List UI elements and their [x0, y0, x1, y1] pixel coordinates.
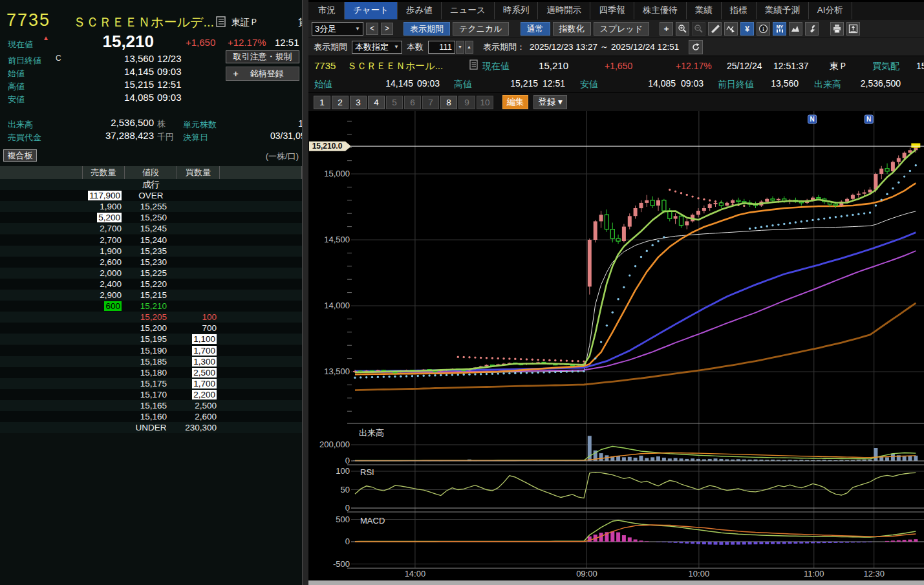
book-row[interactable]: 60015,210: [0, 301, 302, 312]
book-row[interactable]: 15,1652,500: [0, 400, 302, 411]
news-marker[interactable]: N: [808, 115, 817, 123]
price-cell[interactable]: 15,240: [115, 235, 167, 246]
trendline-icon[interactable]: [724, 22, 738, 36]
toolbar-button[interactable]: 表示期間: [403, 22, 450, 36]
bar-count-input[interactable]: 111: [428, 41, 455, 54]
book-row[interactable]: 2,40015,220: [0, 279, 302, 290]
price-cell[interactable]: OVER: [125, 190, 177, 201]
prev-button[interactable]: <: [366, 23, 378, 35]
yen-icon[interactable]: ¥: [740, 22, 754, 36]
tab-3[interactable]: 歩み値: [398, 2, 442, 19]
price-cell[interactable]: 15,180: [115, 367, 167, 378]
price-cell[interactable]: 15,190: [115, 345, 167, 356]
fiscal-date-label: 決算日: [183, 132, 208, 144]
tab-10[interactable]: 指標: [722, 2, 757, 19]
tab-8[interactable]: 株主優待: [634, 2, 687, 19]
toolbar-button[interactable]: スプレッド: [594, 22, 650, 36]
book-row[interactable]: 2,90015,215: [0, 290, 302, 301]
price-cell[interactable]: 15,230: [115, 257, 167, 268]
book-row[interactable]: 15,1951,100: [0, 334, 302, 345]
tab-7[interactable]: 四季報: [590, 2, 634, 19]
print-icon[interactable]: [830, 22, 844, 36]
panel-divider[interactable]: [302, 0, 308, 585]
price-cell[interactable]: 15,215: [115, 290, 167, 301]
book-row[interactable]: 15,1602,600: [0, 411, 302, 422]
tab-1[interactable]: 市況: [310, 2, 345, 19]
page-button-2[interactable]: 2: [332, 96, 349, 109]
area-chart-icon[interactable]: [789, 22, 802, 36]
crosshair-icon[interactable]: ＋: [660, 22, 673, 36]
trade-caution-button[interactable]: 取引注意・規制: [226, 50, 299, 63]
price-cell[interactable]: 15,175: [115, 378, 167, 389]
book-row[interactable]: UNDER230,300: [0, 422, 302, 433]
book-row[interactable]: 2,00015,225: [0, 268, 302, 279]
tab-9[interactable]: 業績: [687, 2, 722, 19]
chart-scrollbar[interactable]: [308, 580, 924, 585]
book-row[interactable]: 1,90015,235: [0, 246, 302, 257]
price-cell[interactable]: 15,255: [115, 201, 167, 212]
pencil-icon[interactable]: [708, 22, 722, 36]
spin-down-button[interactable]: ▼: [456, 41, 464, 54]
book-row[interactable]: 成行: [0, 179, 302, 190]
tab-6[interactable]: 適時開示: [538, 2, 590, 19]
my-chart-icon[interactable]: MY: [773, 22, 786, 36]
price-cell[interactable]: 15,235: [115, 246, 167, 257]
book-row[interactable]: 15,1851,300: [0, 356, 302, 367]
tab-4[interactable]: ニュース: [442, 2, 495, 19]
interval-select[interactable]: 3分足▼: [312, 22, 363, 36]
book-row[interactable]: 2,70015,240: [0, 235, 302, 246]
page-button-8[interactable]: 8: [440, 96, 457, 109]
toolbar-button[interactable]: テクニカル: [453, 22, 509, 36]
book-row[interactable]: 117,900OVER: [0, 190, 302, 201]
toolbar-button[interactable]: 指数化: [553, 22, 591, 36]
price-cell[interactable]: 15,195: [115, 334, 167, 345]
memo-icon[interactable]: [469, 59, 478, 72]
book-row[interactable]: 15,1751,700: [0, 378, 302, 389]
edit-button[interactable]: 編集: [502, 95, 528, 109]
tab-11[interactable]: 業績予測: [757, 2, 809, 19]
page-button-1[interactable]: 1: [314, 96, 330, 109]
book-row[interactable]: 2,70015,245: [0, 223, 302, 234]
popout-icon[interactable]: [846, 22, 860, 36]
book-row[interactable]: 15,205100: [0, 312, 302, 323]
spin-up-button[interactable]: ▲: [465, 41, 473, 54]
tab-5[interactable]: 時系列: [495, 2, 539, 19]
page-button-4[interactable]: 4: [368, 96, 385, 109]
price-cell[interactable]: 15,210: [115, 301, 167, 312]
toolbar-button[interactable]: 通常: [521, 22, 550, 36]
price-cell[interactable]: 15,245: [115, 223, 167, 234]
memo-icon[interactable]: [216, 16, 226, 30]
book-row[interactable]: 15,1901,700: [0, 345, 302, 356]
price-cell[interactable]: 15,220: [115, 279, 167, 290]
price-cell[interactable]: 15,165: [115, 400, 167, 411]
info-icon[interactable]: i: [757, 22, 770, 36]
composite-board-button[interactable]: 複合板: [3, 149, 37, 162]
register-stock-button[interactable]: ＋ 銘柄登録: [226, 67, 299, 81]
news-marker[interactable]: N: [865, 115, 873, 123]
book-row[interactable]: 15,200700: [0, 323, 302, 334]
book-row[interactable]: 5,20015,250: [0, 212, 302, 223]
price-cell[interactable]: 15,185: [115, 356, 167, 367]
period-type-select[interactable]: 本数指定▼: [352, 41, 402, 54]
zoom-in-icon[interactable]: [676, 22, 689, 36]
price-cell[interactable]: 15,250: [115, 212, 167, 223]
book-row[interactable]: 15,1702,200: [0, 389, 302, 400]
register-button[interactable]: 登録 ▾: [533, 95, 567, 109]
svg-text:50: 50: [341, 485, 350, 495]
price-cell[interactable]: 15,205: [115, 312, 167, 323]
tab-12[interactable]: AI分析: [809, 2, 852, 19]
price-cell[interactable]: 成行: [125, 179, 177, 190]
price-cell[interactable]: 15,200: [115, 323, 167, 334]
zoom-out-icon: [692, 22, 705, 36]
price-cell[interactable]: 15,225: [115, 268, 167, 279]
reset-icon[interactable]: [689, 40, 703, 54]
book-row[interactable]: 1,90015,255: [0, 201, 302, 212]
price-cell[interactable]: 15,160: [115, 411, 167, 422]
book-row[interactable]: 2,60015,230: [0, 257, 302, 268]
next-button[interactable]: >: [381, 23, 393, 35]
book-row[interactable]: 15,1802,500: [0, 367, 302, 378]
tab-2[interactable]: チャート: [345, 2, 398, 19]
page-button-3[interactable]: 3: [350, 96, 367, 109]
wrench-icon[interactable]: [805, 22, 819, 36]
price-cell[interactable]: 15,170: [115, 389, 167, 400]
